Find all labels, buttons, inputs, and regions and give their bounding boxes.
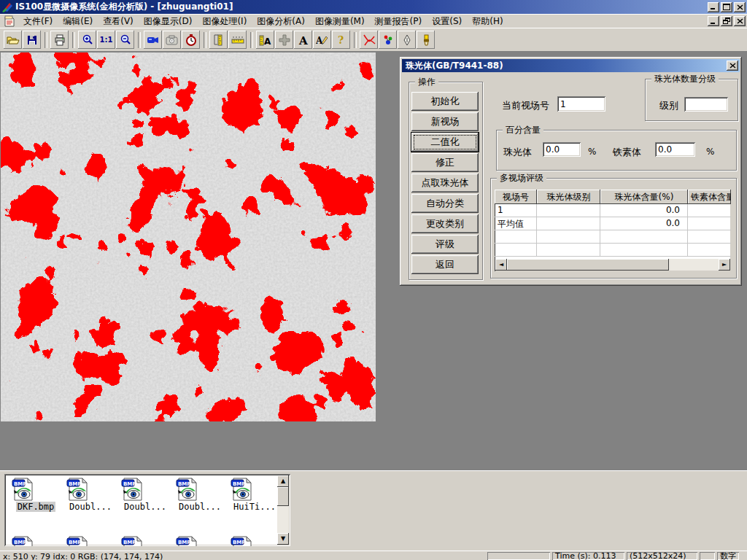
menu-edit[interactable]: 编辑(E) (58, 15, 98, 28)
svg-text:BMP: BMP (233, 540, 245, 545)
measure-text-button[interactable]: A (256, 31, 274, 49)
pearlite-percent-input[interactable]: 0.0 (543, 142, 581, 157)
grade-level-input[interactable] (684, 97, 728, 112)
pearlite-dialog: 珠光体(GB/T9441-88) 操作 初始化 新视场 二值化 修正 点取珠光体… (400, 57, 742, 286)
mdi-close-button[interactable] (734, 16, 746, 26)
save-button[interactable] (23, 31, 41, 49)
menu-view[interactable]: 查看(V) (98, 15, 139, 28)
operation-group-label: 操作 (415, 77, 438, 87)
menu-image-display[interactable]: 图像显示(D) (139, 15, 198, 28)
metallographic-image[interactable] (1, 52, 376, 421)
curve-measure-icon (363, 34, 376, 46)
correct-button[interactable]: 修正 (411, 153, 479, 172)
file-item[interactable]: BMP (10, 535, 61, 546)
new-view-button[interactable]: 新视场 (411, 112, 479, 131)
annotate-button[interactable]: A (313, 31, 331, 49)
file-item[interactable]: BMP DKF.bmp (10, 477, 61, 512)
toolbar: 1:1 A A A ? (0, 28, 747, 52)
multi-view-table[interactable]: 视场号 珠光体级别 珠光体含量(%) 铁素体含量(%) 1 0.0 平均值 0.… (495, 190, 731, 271)
return-button[interactable]: 返回 (411, 255, 479, 274)
file-list[interactable]: BMP DKF.bmp BMP Doubl... BMP Doubl... BM… (4, 474, 290, 546)
title-bar: IS100显微摄像系统(金相分析版) - [zhuguangti01] (0, 0, 747, 14)
scrollbar-thumb[interactable] (507, 259, 669, 271)
menu-help[interactable]: 帮助(H) (467, 15, 508, 28)
toolbar-separator (204, 32, 206, 48)
pick-pearlite-button[interactable]: 点取珠光体 (411, 174, 479, 192)
auto-classify-button[interactable]: 自动分类 (411, 194, 479, 213)
scroll-down-arrow-icon[interactable]: ▼ (277, 533, 289, 545)
bmp-file-icon: BMP (229, 477, 280, 502)
close-button[interactable] (734, 2, 746, 12)
file-name: DKF.bmp (16, 502, 56, 512)
move-button[interactable] (275, 31, 293, 49)
file-item[interactable]: BMP (229, 535, 280, 546)
zoom-out-button[interactable] (116, 31, 134, 49)
window-title: IS100显微摄像系统(金相分析版) - [zhuguangti01] (15, 1, 233, 13)
classify-points-button[interactable] (379, 31, 397, 49)
file-item[interactable]: BMP Doubl... (65, 477, 116, 512)
menu-settings[interactable]: 设置(S) (427, 15, 467, 28)
grade-button[interactable]: 评级 (411, 235, 479, 254)
scroll-up-arrow-icon[interactable]: ▲ (277, 475, 289, 487)
toolbar-separator (354, 32, 357, 48)
video-camera-button[interactable] (144, 31, 162, 49)
mdi-minimize-button[interactable] (708, 16, 719, 26)
ruler-icon (231, 35, 244, 45)
ruler-button[interactable] (228, 31, 247, 49)
pearlite-percent-sign: % (588, 147, 596, 157)
file-item[interactable]: BMP (174, 535, 225, 546)
document-icon[interactable] (4, 15, 15, 27)
file-item[interactable]: BMP Doubl... (120, 477, 171, 512)
table-horizontal-scrollbar[interactable]: ◄ ► (495, 259, 730, 271)
binarize-button[interactable]: 二值化 (411, 133, 479, 152)
scrollbar-thumb[interactable] (277, 487, 289, 506)
caliper-button[interactable] (209, 31, 228, 49)
pearlite-label: 珠光体 (503, 146, 532, 159)
table-row[interactable]: 1 0.0 (495, 204, 731, 217)
picker-button[interactable] (398, 31, 416, 49)
open-button[interactable] (4, 31, 22, 49)
col-pearlite-grade: 珠光体级别 (537, 190, 600, 204)
maximize-button[interactable] (721, 2, 732, 12)
dialog-title-bar: 珠光体(GB/T9441-88) (402, 59, 740, 72)
zoom-in-button[interactable] (78, 31, 96, 49)
menu-image-process[interactable]: 图像处理(I) (197, 15, 252, 28)
timer-button[interactable] (182, 31, 200, 49)
brush-button[interactable] (417, 31, 435, 49)
menu-file[interactable]: 文件(F) (18, 15, 58, 28)
scroll-right-arrow-icon[interactable]: ► (719, 259, 730, 271)
status-time: Time (s): 0.113 (552, 552, 624, 560)
print-button[interactable] (50, 31, 69, 49)
curve-measure-button[interactable] (360, 31, 378, 49)
file-item[interactable]: BMP (65, 535, 116, 546)
scroll-left-arrow-icon[interactable]: ◄ (495, 259, 507, 271)
file-list-scrollbar[interactable]: ▲ ▼ (277, 475, 289, 545)
measure-text-icon: A (259, 34, 272, 46)
bottom-panel: BMP DKF.bmp BMP Doubl... BMP Doubl... BM… (0, 470, 747, 551)
classify-points-icon (382, 34, 394, 46)
file-item[interactable]: BMP HuiTi... (229, 477, 280, 512)
file-item[interactable]: BMP Doubl... (174, 477, 225, 512)
current-view-input[interactable]: 1 (557, 96, 605, 112)
table-row-empty (495, 244, 731, 257)
file-item[interactable]: BMP (120, 535, 171, 546)
menu-image-measure[interactable]: 图像测量(M) (310, 15, 370, 28)
file-name: Doubl... (68, 502, 113, 512)
dialog-close-button[interactable] (727, 61, 738, 71)
cell-view: 1 (495, 204, 537, 217)
init-button[interactable]: 初始化 (411, 92, 479, 111)
file-name: Doubl... (123, 502, 168, 512)
capture-button[interactable] (163, 31, 181, 49)
help-button[interactable]: ? (332, 31, 350, 49)
text-button[interactable]: A (294, 31, 312, 49)
table-row[interactable]: 平均值 0.0 (495, 217, 731, 230)
menu-report[interactable]: 测量报告(P) (370, 15, 427, 28)
menu-image-analysis[interactable]: 图像分析(A) (252, 15, 310, 28)
mdi-restore-button[interactable] (721, 16, 732, 26)
minimize-button[interactable] (708, 2, 719, 12)
toolbar-separator (44, 32, 47, 48)
actual-size-button[interactable]: 1:1 (97, 31, 115, 49)
ferrite-percent-input[interactable]: 0.0 (655, 142, 695, 157)
change-class-button[interactable]: 更改类别 (411, 214, 479, 233)
text-icon: A (298, 34, 309, 46)
